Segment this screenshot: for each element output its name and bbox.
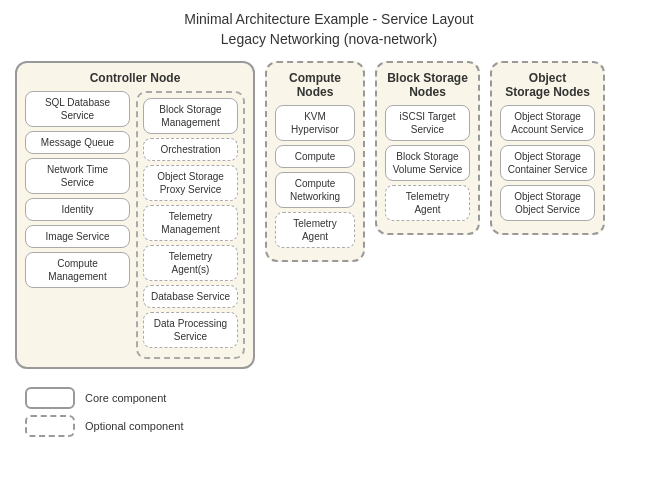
title-line1: Minimal Architecture Example - Service L… bbox=[15, 10, 643, 30]
controller-left-col: SQL DatabaseService Message Queue Networ… bbox=[25, 91, 130, 359]
legend-core-box bbox=[25, 387, 75, 409]
legend-optional-label: Optional component bbox=[85, 420, 183, 432]
block-storage-node-title: Block StorageNodes bbox=[385, 71, 470, 99]
service-object-object: Object StorageObject Service bbox=[500, 185, 595, 221]
service-object-storage-proxy: Object StorageProxy Service bbox=[143, 165, 238, 201]
block-storage-node: Block StorageNodes iSCSI TargetService B… bbox=[375, 61, 480, 235]
service-message-queue: Message Queue bbox=[25, 131, 130, 154]
service-object-container: Object StorageContainer Service bbox=[500, 145, 595, 181]
object-storage-node: ObjectStorage Nodes Object StorageAccoun… bbox=[490, 61, 605, 235]
legend-core-label: Core component bbox=[85, 392, 166, 404]
object-storage-node-title: ObjectStorage Nodes bbox=[500, 71, 595, 99]
service-block-storage-volume: Block StorageVolume Service bbox=[385, 145, 470, 181]
service-identity: Identity bbox=[25, 198, 130, 221]
service-telemetry-agents: TelemetryAgent(s) bbox=[143, 245, 238, 281]
service-compute-networking: ComputeNetworking bbox=[275, 172, 355, 208]
service-block-telemetry: TelemetryAgent bbox=[385, 185, 470, 221]
legend: Core component Optional component bbox=[15, 387, 643, 437]
compute-node: ComputeNodes KVM Hypervisor Compute Comp… bbox=[265, 61, 365, 262]
compute-node-title: ComputeNodes bbox=[275, 71, 355, 99]
controller-columns: SQL DatabaseService Message Queue Networ… bbox=[25, 91, 245, 359]
service-network-time: Network TimeService bbox=[25, 158, 130, 194]
service-iscsi: iSCSI TargetService bbox=[385, 105, 470, 141]
page: Minimal Architecture Example - Service L… bbox=[0, 0, 658, 447]
service-database-service: Database Service bbox=[143, 285, 238, 308]
controller-node: Controller Node SQL DatabaseService Mess… bbox=[15, 61, 255, 369]
service-data-processing: Data ProcessingService bbox=[143, 312, 238, 348]
service-compute: Compute bbox=[275, 145, 355, 168]
controller-node-title: Controller Node bbox=[25, 71, 245, 85]
legend-optional: Optional component bbox=[25, 415, 643, 437]
service-telemetry-mgmt: TelemetryManagement bbox=[143, 205, 238, 241]
diagram: Controller Node SQL DatabaseService Mess… bbox=[15, 61, 643, 369]
service-orchestration: Orchestration bbox=[143, 138, 238, 161]
legend-core: Core component bbox=[25, 387, 643, 409]
service-kvm: KVM Hypervisor bbox=[275, 105, 355, 141]
controller-right-col: Block StorageManagement Orchestration Ob… bbox=[136, 91, 245, 359]
page-title: Minimal Architecture Example - Service L… bbox=[15, 10, 643, 49]
title-line2: Legacy Networking (nova-network) bbox=[15, 30, 643, 50]
service-sql-database: SQL DatabaseService bbox=[25, 91, 130, 127]
controller-right-inner: Block StorageManagement Orchestration Ob… bbox=[136, 91, 245, 359]
service-image: Image Service bbox=[25, 225, 130, 248]
service-compute-mgmt: ComputeManagement bbox=[25, 252, 130, 288]
service-block-storage-mgmt: Block StorageManagement bbox=[143, 98, 238, 134]
legend-optional-box bbox=[25, 415, 75, 437]
service-compute-telemetry: TelemetryAgent bbox=[275, 212, 355, 248]
service-object-account: Object StorageAccount Service bbox=[500, 105, 595, 141]
